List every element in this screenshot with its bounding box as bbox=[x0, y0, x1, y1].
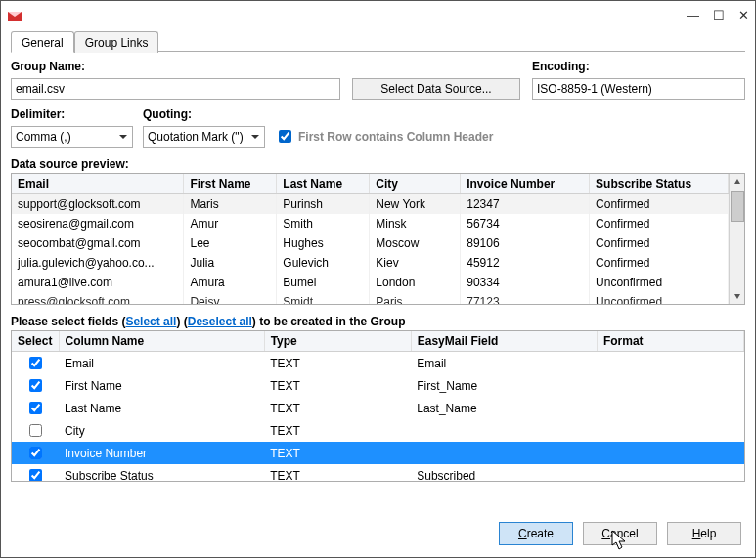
fields-col-header[interactable]: Select bbox=[12, 331, 59, 352]
group-name-input[interactable] bbox=[11, 78, 340, 100]
first-row-checkbox[interactable] bbox=[279, 130, 291, 143]
select-data-source-button[interactable]: Select Data Source... bbox=[352, 78, 520, 100]
fields-row[interactable]: Subscribe StatusTEXTSubscribed bbox=[12, 464, 744, 482]
delimiter-label: Delimiter: bbox=[11, 107, 133, 121]
table-row[interactable]: seosirena@gmail.comAmurSmithMinsk56734Co… bbox=[12, 214, 729, 234]
app-icon bbox=[7, 7, 22, 22]
maximize-icon[interactable]: ☐ bbox=[713, 9, 725, 21]
fields-col-header[interactable]: EasyMail Field bbox=[411, 331, 597, 352]
encoding-label: Encoding: bbox=[532, 60, 745, 73]
preview-col-header[interactable]: Last Name bbox=[277, 174, 370, 194]
field-checkbox[interactable] bbox=[29, 357, 42, 369]
preview-col-header[interactable]: Subscribe Status bbox=[590, 174, 729, 194]
delimiter-select[interactable]: Comma (,) bbox=[11, 126, 133, 148]
fields-row[interactable]: EmailTEXTEmail bbox=[12, 352, 744, 375]
preview-panel: EmailFirst NameLast NameCityInvoice Numb… bbox=[11, 173, 745, 305]
preview-col-header[interactable]: City bbox=[370, 174, 461, 194]
fields-table: SelectColumn NameTypeEasyMail FieldForma… bbox=[12, 331, 744, 482]
fields-instruction: Please select fields (Select all) (Desel… bbox=[11, 315, 745, 328]
scroll-down-icon[interactable] bbox=[730, 288, 744, 304]
table-row[interactable]: amura1@live.comAmuraBumelLondon90334Unco… bbox=[12, 273, 729, 292]
quoting-select[interactable]: Quotation Mark (") bbox=[143, 126, 265, 148]
deselect-all-link[interactable]: Deselect all bbox=[188, 315, 252, 328]
help-button[interactable]: Help bbox=[667, 522, 741, 545]
group-name-label: Group Name: bbox=[11, 60, 340, 73]
fields-row[interactable]: Last NameTEXTLast_Name bbox=[12, 397, 744, 419]
field-checkbox[interactable] bbox=[29, 402, 42, 414]
tab-group-links[interactable]: Group Links bbox=[74, 31, 159, 53]
field-checkbox[interactable] bbox=[29, 447, 42, 459]
fields-row[interactable]: First NameTEXTFirst_Name bbox=[12, 374, 744, 397]
first-row-label: First Row contains Column Header bbox=[298, 130, 493, 144]
close-icon[interactable]: ✕ bbox=[738, 9, 749, 21]
svg-marker-3 bbox=[734, 294, 740, 299]
scroll-thumb[interactable] bbox=[731, 191, 744, 222]
dialog-window: — ☐ ✕ General Group Links Group Name: Se… bbox=[0, 0, 756, 558]
preview-col-header[interactable]: Email bbox=[12, 174, 184, 194]
create-button[interactable]: Create bbox=[499, 522, 573, 545]
dialog-buttons: Create Cancel Help bbox=[499, 522, 741, 545]
field-checkbox[interactable] bbox=[29, 424, 42, 437]
preview-table: EmailFirst NameLast NameCityInvoice Numb… bbox=[12, 174, 729, 304]
minimize-icon[interactable]: — bbox=[687, 9, 699, 21]
fields-row[interactable]: CityTEXT bbox=[12, 419, 744, 442]
preview-col-header[interactable]: First Name bbox=[184, 174, 277, 194]
table-row[interactable]: julia.gulevich@yahoo.co...JuliaGulevichK… bbox=[12, 253, 729, 273]
preview-col-header[interactable]: Invoice Number bbox=[461, 174, 590, 194]
cancel-button[interactable]: Cancel bbox=[583, 522, 657, 545]
tab-general[interactable]: General bbox=[11, 31, 74, 53]
encoding-input[interactable] bbox=[532, 78, 745, 100]
preview-scrollbar[interactable] bbox=[729, 174, 744, 304]
quoting-label: Quoting: bbox=[143, 107, 265, 121]
svg-marker-2 bbox=[734, 179, 740, 184]
fields-col-header[interactable]: Type bbox=[264, 331, 411, 352]
table-row[interactable]: press@glocksoft.comDeisySmidtParis77123U… bbox=[12, 292, 729, 304]
fields-panel: SelectColumn NameTypeEasyMail FieldForma… bbox=[11, 330, 745, 482]
select-all-link[interactable]: Select all bbox=[125, 315, 176, 328]
table-row[interactable]: seocombat@gmail.comLeeHughesMoscow89106C… bbox=[12, 234, 729, 253]
preview-label: Data source preview: bbox=[11, 157, 745, 171]
fields-col-header[interactable]: Format bbox=[597, 331, 743, 352]
fields-row[interactable]: Invoice NumberTEXT bbox=[12, 442, 744, 464]
field-checkbox[interactable] bbox=[29, 469, 42, 482]
field-checkbox[interactable] bbox=[29, 379, 42, 392]
table-row[interactable]: support@glocksoft.comMarisPurinshNew Yor… bbox=[12, 194, 729, 215]
titlebar: — ☐ ✕ bbox=[1, 1, 755, 28]
scroll-up-icon[interactable] bbox=[730, 174, 744, 190]
tab-strip: General Group Links bbox=[11, 30, 745, 52]
fields-col-header[interactable]: Column Name bbox=[59, 331, 264, 352]
